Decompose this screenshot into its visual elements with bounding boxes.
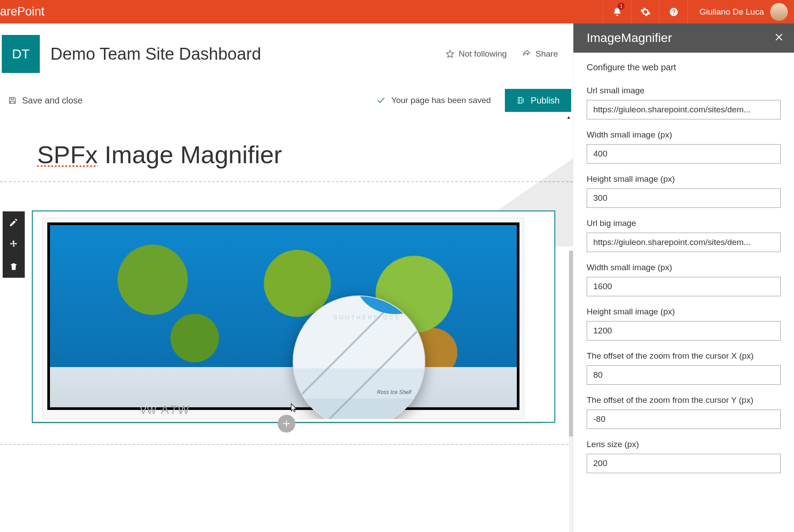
panel-body: Configure the web part Url small image W… (573, 53, 794, 484)
cursor-icon (290, 402, 299, 414)
field-height-big: Height small image (px) (587, 307, 781, 341)
input-url-big[interactable] (587, 233, 781, 252)
field-url-big: Url big image (587, 218, 781, 252)
map-footer: www.A7wallpapers.net (50, 395, 517, 407)
label-lens-size: Lens size (px) (587, 440, 781, 449)
suite-bar: arePoint 1 Giuliano De Luca (0, 0, 794, 23)
not-following-button[interactable]: Not following (445, 49, 507, 59)
page-canvas: ▴ SPFx Image Magnifier (0, 118, 573, 445)
magnifier-lens: SOUTHERN OCE Ross Ice Shelf (293, 295, 425, 419)
scrollbar-thumb[interactable] (569, 251, 573, 436)
field-width-small: Width small image (px) (587, 130, 781, 164)
input-offset-y[interactable] (587, 410, 781, 429)
lens-shelf-label: Ross Ice Shelf (377, 389, 411, 395)
label-offset-x: The offset of the zoom from the cursor X… (587, 351, 781, 361)
input-width-small[interactable] (587, 144, 781, 164)
label-height-small: Height small image (px) (587, 174, 781, 184)
saved-status: Your page has been saved (376, 96, 491, 105)
world-map-image: www.A7wallpapers.net (47, 222, 519, 410)
scroll-up-affordance[interactable]: ▴ (567, 114, 570, 120)
webpart-toolbar (3, 211, 25, 278)
lens-watermark: vw A7W (140, 403, 190, 417)
page-title-rest: Image Magnifier (98, 141, 282, 168)
lens-ocean-label: SOUTHERN OCE (333, 314, 401, 321)
help-icon (669, 7, 679, 17)
label-width-big: Width small image (px) (587, 263, 781, 272)
avatar (770, 3, 788, 21)
command-bar: Save and close Your page has been saved … (0, 77, 573, 118)
app-name: arePoint (0, 0, 603, 23)
label-offset-y: The offset of the zoom from the cursor Y… (587, 395, 781, 405)
vertical-scrollbar[interactable] (569, 251, 573, 532)
label-url-small: Url small image (587, 86, 781, 96)
label-url-big: Url big image (587, 218, 781, 228)
field-offset-y: The offset of the zoom from the cursor Y… (587, 395, 781, 429)
share-button[interactable]: Share (522, 49, 558, 59)
save-close-label: Save and close (22, 96, 83, 106)
help-button[interactable] (659, 0, 687, 23)
input-height-small[interactable] (587, 188, 781, 208)
page-title[interactable]: SPFx Image Magnifier (0, 140, 573, 181)
webpart-frame[interactable]: www.A7wallpapers.net SOUTHERN OCE Ross I… (32, 211, 555, 423)
close-icon (774, 32, 784, 42)
page-title-prefix: SPFx (37, 141, 98, 168)
suite-icons: 1 Giuliano De Luca (603, 0, 794, 23)
delete-webpart-button[interactable] (3, 256, 25, 278)
move-webpart-button[interactable] (3, 233, 25, 256)
label-width-small: Width small image (px) (587, 130, 781, 140)
share-label: Share (535, 49, 558, 59)
user-menu[interactable]: Giuliano De Luca (687, 0, 794, 23)
publish-label: Publish (531, 96, 560, 106)
canvas-section: www.A7wallpapers.net SOUTHERN OCE Ross I… (0, 182, 573, 445)
share-icon (522, 49, 531, 59)
field-url-small: Url small image (587, 86, 781, 119)
input-height-big[interactable] (587, 321, 781, 341)
pencil-icon (9, 218, 19, 227)
field-height-small: Height small image (px) (587, 174, 781, 208)
saved-status-label: Your page has been saved (391, 96, 491, 105)
close-panel-button[interactable] (774, 32, 784, 44)
input-lens-size[interactable] (587, 454, 781, 473)
user-name: Giuliano De Luca (699, 7, 764, 17)
save-close-button[interactable]: Save and close (8, 96, 83, 106)
input-offset-x[interactable] (587, 365, 781, 385)
not-following-label: Not following (459, 49, 507, 59)
site-header: DT Demo Team Site Dashboard Not followin… (0, 23, 573, 77)
publish-button[interactable]: Publish (505, 89, 571, 112)
image-magnifier-webpart[interactable]: www.A7wallpapers.net SOUTHERN OCE Ross I… (42, 218, 524, 419)
star-outline-icon (445, 49, 455, 59)
label-height-big: Height small image (px) (587, 307, 781, 317)
field-offset-x: The offset of the zoom from the cursor X… (587, 351, 781, 385)
input-url-small[interactable] (587, 100, 781, 119)
move-icon (9, 240, 19, 249)
panel-description: Configure the web part (587, 62, 781, 73)
save-icon (8, 96, 17, 105)
panel-header: ImageMagnifier (573, 23, 794, 53)
gear-icon (640, 7, 651, 17)
panel-title: ImageMagnifier (587, 31, 672, 45)
settings-button[interactable] (631, 0, 659, 23)
property-panel: ImageMagnifier Configure the web part Ur… (573, 23, 794, 532)
main-area: DT Demo Team Site Dashboard Not followin… (0, 23, 573, 532)
input-width-big[interactable] (587, 277, 781, 296)
site-title: Demo Team Site Dashboard (50, 45, 435, 64)
checkmark-icon (376, 96, 386, 105)
edit-webpart-button[interactable] (3, 211, 25, 233)
add-webpart-button[interactable] (278, 415, 295, 432)
site-logo[interactable]: DT (2, 35, 40, 73)
field-width-big: Width small image (px) (587, 263, 781, 296)
trash-icon (9, 262, 18, 271)
notifications-button[interactable]: 1 (603, 0, 631, 23)
notification-badge: 1 (618, 3, 625, 10)
plus-icon (282, 419, 291, 429)
section-separator-bottom (0, 444, 573, 445)
field-lens-size: Lens size (px) (587, 440, 781, 473)
publish-icon (516, 96, 525, 105)
